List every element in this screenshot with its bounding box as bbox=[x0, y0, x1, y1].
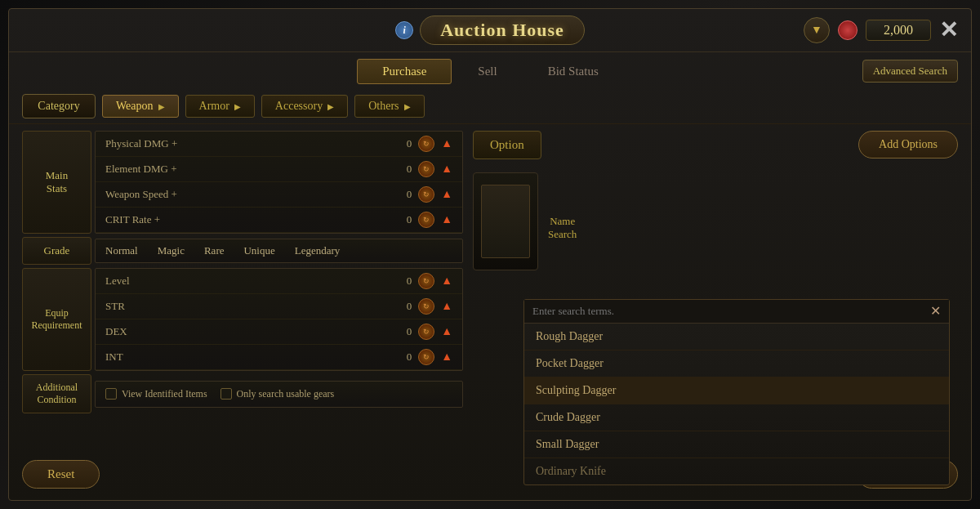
grade-legendary[interactable]: Legendary bbox=[295, 244, 341, 257]
up-arrow-str[interactable]: ▲ bbox=[441, 300, 452, 313]
reset-icon-str[interactable]: ↻ bbox=[418, 298, 434, 315]
info-icon: i bbox=[395, 21, 413, 39]
equip-req-content: Level 0 ↻ ▲ STR 0 ↻ ▲ DEX 0 ↻ bbox=[95, 268, 463, 371]
header: i Auction House ▼ 2,000 ✕ bbox=[9, 9, 971, 52]
accessory-arrow-icon: ▶ bbox=[327, 102, 334, 111]
stat-physical-dmg: Physical DMG + 0 ↻ ▲ bbox=[96, 132, 462, 157]
grade-rare[interactable]: Rare bbox=[204, 244, 225, 257]
reset-icon-3[interactable]: ↻ bbox=[418, 212, 434, 228]
grade-normal[interactable]: Normal bbox=[105, 244, 138, 257]
main-stats-content: Physical DMG + 0 ↻ ▲ Element DMG + 0 ↻ ▲… bbox=[95, 131, 463, 234]
up-arrow-2[interactable]: ▲ bbox=[441, 188, 452, 201]
search-result-1[interactable]: Pocket Dagger bbox=[524, 350, 949, 377]
others-arrow-icon: ▶ bbox=[404, 102, 411, 111]
left-panel: Main Stats Physical DMG + 0 ↻ ▲ Element … bbox=[22, 131, 463, 474]
tab-bar: Purchase Sell Bid Status Advanced Search bbox=[9, 52, 971, 89]
reset-icon-0[interactable]: ↻ bbox=[418, 136, 434, 152]
grade-label: Grade bbox=[22, 237, 91, 265]
add-options-button[interactable]: Add Options bbox=[858, 131, 958, 159]
stat-level: Level 0 ↻ ▲ bbox=[96, 269, 462, 294]
stat-int: INT 0 ↻ ▲ bbox=[96, 345, 462, 370]
reset-icon-int[interactable]: ↻ bbox=[418, 349, 434, 365]
category-others-button[interactable]: Others ▶ bbox=[354, 95, 424, 118]
reset-icon-dex[interactable]: ↻ bbox=[418, 324, 434, 340]
title-wrap: i Auction House bbox=[395, 16, 585, 45]
grade-options: Normal Magic Rare Unique Legendary bbox=[95, 239, 463, 263]
close-button[interactable]: ✕ bbox=[939, 19, 958, 42]
additional-condition-label: Additional Condition bbox=[22, 374, 91, 413]
search-result-5[interactable]: Ordinary Knife bbox=[524, 458, 949, 484]
equip-req-row: Equip Requirement Level 0 ↻ ▲ STR 0 ↻ ▲ bbox=[22, 268, 463, 371]
stat-weapon-speed: Weapon Speed + 0 ↻ ▲ bbox=[96, 182, 462, 208]
name-search-label: Name Search bbox=[545, 199, 580, 244]
additional-condition-content: View Identified Items Only search usable… bbox=[95, 381, 463, 408]
option-button[interactable]: Option bbox=[473, 131, 541, 159]
item-preview bbox=[473, 172, 538, 270]
search-result-4[interactable]: Small Dagger bbox=[524, 431, 949, 458]
up-arrow-0[interactable]: ▲ bbox=[441, 137, 452, 150]
reset-icon-1[interactable]: ↻ bbox=[418, 161, 434, 177]
search-clear-button[interactable]: ✕ bbox=[930, 305, 941, 318]
grade-magic[interactable]: Magic bbox=[158, 244, 185, 257]
identified-checkbox-box bbox=[105, 388, 117, 400]
search-dropdown: ✕ Rough Dagger Pocket Dagger Sculpting D… bbox=[523, 299, 950, 485]
search-result-3[interactable]: Crude Dagger bbox=[524, 404, 949, 431]
up-arrow-level[interactable]: ▲ bbox=[441, 275, 452, 288]
stat-dex: DEX 0 ↻ ▲ bbox=[96, 319, 462, 345]
search-result-2[interactable]: Sculpting Dagger bbox=[524, 377, 949, 404]
grade-unique[interactable]: Unique bbox=[243, 244, 274, 257]
tab-sell[interactable]: Sell bbox=[453, 60, 521, 83]
tab-bid-status[interactable]: Bid Status bbox=[523, 60, 623, 83]
reset-icon-2[interactable]: ↻ bbox=[418, 186, 434, 203]
option-section: Option Add Options bbox=[473, 131, 958, 159]
advanced-search-button[interactable]: Advanced Search bbox=[862, 60, 958, 83]
currency-icon bbox=[838, 20, 858, 40]
up-arrow-1[interactable]: ▲ bbox=[441, 163, 452, 176]
usable-gears-checkbox[interactable]: Only search usable gears bbox=[220, 388, 335, 400]
search-input-row: ✕ bbox=[524, 300, 949, 324]
header-right: ▼ 2,000 ✕ bbox=[804, 17, 958, 43]
name-search-label-wrap: Name Search bbox=[545, 199, 580, 244]
title-background: Auction House bbox=[420, 16, 585, 45]
category-row: Category Weapon ▶ Armor ▶ Accessory ▶ Ot… bbox=[9, 89, 971, 124]
armor-arrow-icon: ▶ bbox=[234, 102, 241, 111]
weapon-arrow-icon: ▶ bbox=[158, 102, 165, 111]
up-arrow-dex[interactable]: ▲ bbox=[441, 325, 452, 338]
stat-str: STR 0 ↻ ▲ bbox=[96, 294, 462, 319]
grade-row: Grade Normal Magic Rare Unique Legendary bbox=[22, 237, 463, 265]
currency-amount: 2,000 bbox=[866, 20, 931, 41]
name-search-row: Name Search bbox=[473, 172, 958, 270]
reset-icon-level[interactable]: ↻ bbox=[418, 273, 434, 289]
up-arrow-3[interactable]: ▲ bbox=[441, 213, 452, 226]
category-accessory-button[interactable]: Accessory ▶ bbox=[261, 95, 348, 118]
reset-button[interactable]: Reset bbox=[22, 460, 100, 489]
usable-checkbox-box bbox=[220, 388, 232, 400]
search-input[interactable] bbox=[532, 305, 930, 318]
stat-element-dmg: Element DMG + 0 ↻ ▲ bbox=[96, 157, 462, 182]
main-stats-label: Main Stats bbox=[22, 131, 91, 234]
up-arrow-int[interactable]: ▲ bbox=[441, 350, 452, 364]
category-weapon-button[interactable]: Weapon ▶ bbox=[102, 95, 179, 118]
main-stats-row: Main Stats Physical DMG + 0 ↻ ▲ Element … bbox=[22, 131, 463, 234]
category-armor-button[interactable]: Armor ▶ bbox=[185, 95, 255, 118]
category-label: Category bbox=[22, 94, 96, 118]
additional-condition-row: Additional Condition View Identified Ite… bbox=[22, 374, 463, 413]
identified-items-checkbox[interactable]: View Identified Items bbox=[105, 388, 207, 400]
item-preview-inner bbox=[481, 185, 530, 258]
search-result-0[interactable]: Rough Dagger bbox=[524, 324, 949, 350]
equip-req-label: Equip Requirement bbox=[22, 268, 91, 371]
tab-purchase[interactable]: Purchase bbox=[357, 59, 452, 84]
main-panel: i Auction House ▼ 2,000 ✕ Purchase Sell … bbox=[8, 8, 972, 501]
download-icon[interactable]: ▼ bbox=[804, 17, 830, 43]
stat-crit-rate: CRIT Rate + 0 ↻ ▲ bbox=[96, 208, 462, 233]
window-title: Auction House bbox=[440, 20, 564, 40]
